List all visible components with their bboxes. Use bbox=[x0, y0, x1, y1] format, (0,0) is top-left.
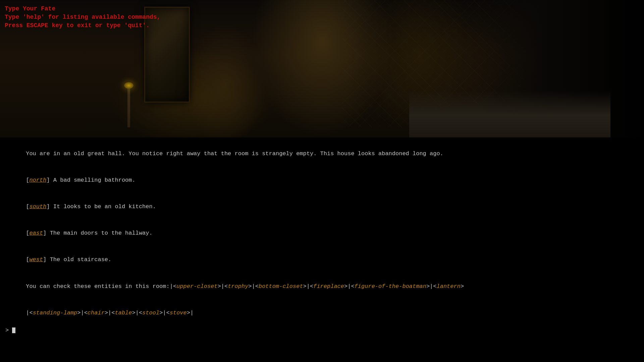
entities-label: You can check these entities in this roo… bbox=[26, 283, 169, 290]
room-description: You are in an old great hall. You notice… bbox=[5, 141, 639, 167]
entities-line-1: You can check these entities in this roo… bbox=[5, 273, 639, 300]
header-line-3: Press ESCAPE key to exit or type 'quit'. bbox=[5, 21, 160, 30]
terminal-output: You are in an old great hall. You notice… bbox=[0, 137, 644, 339]
header-text-block: Type Your Fate Type 'help' for listing a… bbox=[5, 5, 160, 30]
entities-line-2: |<standing-lamp>|<chair>|<table>|<stool>… bbox=[5, 300, 639, 326]
prompt-symbol: > bbox=[5, 327, 9, 334]
entity-stool[interactable]: stool bbox=[142, 310, 159, 316]
exit-west-line: [west] The old staircase. bbox=[5, 247, 639, 273]
entity-trophy[interactable]: trophy bbox=[228, 283, 248, 290]
room-desc-text: You are in an old great hall. You notice… bbox=[26, 150, 443, 157]
exit-east-line: [east] The main doors to the hallway. bbox=[5, 220, 639, 247]
lamp-decoration bbox=[127, 87, 130, 127]
entity-fireplace[interactable]: fireplace bbox=[313, 283, 344, 290]
exit-south-link[interactable]: south bbox=[29, 203, 46, 210]
entity-lantern[interactable]: lantern bbox=[437, 283, 461, 290]
prompt-line[interactable]: > bbox=[5, 326, 639, 335]
exit-south-line: [south] It looks to be an old kitchen. bbox=[5, 194, 639, 220]
bracket-open-north: [ bbox=[26, 177, 29, 183]
exit-east-link[interactable]: east bbox=[29, 230, 43, 236]
exit-west-link[interactable]: west bbox=[29, 256, 43, 263]
entity-figure-of-the-boatman[interactable]: figure-of-the-boatman bbox=[355, 283, 426, 290]
bracket-close-west: ] bbox=[43, 256, 46, 263]
bracket-close-south: ] bbox=[46, 203, 50, 210]
bracket-close-north: ] bbox=[46, 177, 50, 183]
entity-table[interactable]: table bbox=[115, 310, 132, 316]
entity-upper-closet[interactable]: upper-closet bbox=[176, 283, 217, 290]
exit-south-desc: It looks to be an old kitchen. bbox=[50, 203, 156, 210]
stone-platform bbox=[409, 90, 610, 141]
exit-north-desc: A bad smelling bathroom. bbox=[50, 177, 136, 183]
entity-chair[interactable]: chair bbox=[88, 310, 105, 316]
exit-north-line: [north] A bad smelling bathroom. bbox=[5, 167, 639, 194]
bracket-open-west: [ bbox=[26, 256, 29, 263]
entity-stove[interactable]: stove bbox=[170, 310, 187, 316]
bracket-open-east: [ bbox=[26, 230, 29, 236]
entity-standing-lamp[interactable]: standing-lamp bbox=[33, 310, 77, 316]
cursor bbox=[12, 327, 15, 333]
bracket-close-east: ] bbox=[43, 230, 46, 236]
bracket-open-south: [ bbox=[26, 203, 29, 210]
header-line-2: Type 'help' for listing available comman… bbox=[5, 13, 160, 21]
exit-west-desc: The old staircase. bbox=[46, 256, 111, 263]
exit-north-link[interactable]: north bbox=[29, 177, 46, 183]
app: Type Your Fate Type 'help' for listing a… bbox=[0, 0, 644, 362]
exit-east-desc: The main doors to the hallway. bbox=[46, 230, 152, 236]
entity-bottom-closet[interactable]: bottom-closet bbox=[259, 283, 303, 290]
header-line-1: Type Your Fate bbox=[5, 5, 160, 13]
